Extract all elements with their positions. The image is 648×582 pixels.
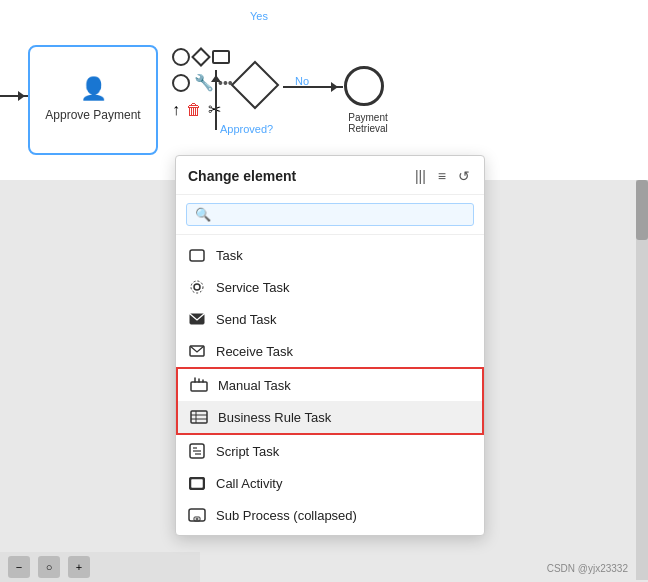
arrow-tool-icon: ↑ [172, 101, 180, 119]
label-payment-retrieval: Payment Retrieval [338, 112, 398, 134]
send-task-label: Send Task [216, 312, 276, 327]
script-task-icon [188, 442, 206, 460]
gateway-diamond[interactable] [230, 60, 280, 110]
script-task-label: Script Task [216, 444, 279, 459]
business-rule-task-label: Business Rule Task [218, 410, 331, 425]
toolbar-btn-3[interactable]: + [68, 556, 90, 578]
label-yes: Yes [250, 10, 268, 22]
menu-item-manual-task[interactable]: Manual Task [178, 369, 482, 401]
menu-item-call-activity[interactable]: Call Activity [176, 467, 484, 499]
scrollbar-track[interactable] [636, 180, 648, 580]
receive-task-label: Receive Task [216, 344, 293, 359]
toolbar-btn-1[interactable]: − [8, 556, 30, 578]
arrow-left [0, 95, 30, 97]
receive-task-icon [188, 342, 206, 360]
menu-item-sub-process[interactable]: Sub Process (collapsed) [176, 499, 484, 531]
circle-shape-2[interactable] [172, 74, 190, 92]
scrollbar-thumb[interactable] [636, 180, 648, 240]
search-box: 🔍 [176, 195, 484, 235]
svg-rect-1 [190, 250, 204, 261]
svg-rect-10 [191, 411, 207, 423]
menu-item-script-task[interactable]: Script Task [176, 435, 484, 467]
sub-process-label: Sub Process (collapsed) [216, 508, 357, 523]
tools-row: ↑ 🗑 ✂ [172, 100, 221, 119]
sub-process-icon [188, 506, 206, 524]
task-icon [188, 246, 206, 264]
business-rule-task-icon [190, 408, 208, 426]
bottom-toolbar: − ○ + [0, 552, 200, 582]
circle-shape[interactable] [172, 48, 190, 66]
search-input-wrap: 🔍 [186, 203, 474, 226]
service-task-label: Service Task [216, 280, 289, 295]
send-task-icon [188, 310, 206, 328]
dropdown-title: Change element [188, 168, 296, 184]
manual-task-icon [190, 376, 208, 394]
dropdown-header: Change element ||| ≡ ↺ [176, 156, 484, 195]
menu-item-task[interactable]: Task [176, 239, 484, 271]
end-event[interactable] [344, 66, 384, 106]
svg-point-3 [191, 281, 203, 293]
arrow-no [283, 86, 343, 88]
watermark: CSDN @yjx23332 [547, 563, 628, 574]
task-label: Task [216, 248, 243, 263]
rect-shape[interactable] [212, 50, 230, 64]
call-activity-icon [188, 474, 206, 492]
red-box-group: Manual Task Business Rule Task [176, 367, 484, 435]
shapes-row-2: 🔧 ••• [172, 73, 233, 92]
delete-icon: 🗑 [186, 101, 202, 119]
label-approved: Approved? [220, 123, 273, 135]
menu-item-business-rule-task[interactable]: Business Rule Task [178, 401, 482, 433]
person-icon: 👤 [80, 76, 107, 102]
search-input[interactable] [215, 207, 465, 222]
task-label: Approve Payment [45, 108, 140, 124]
menu-item-service-task[interactable]: Service Task [176, 271, 484, 303]
manual-task-label: Manual Task [218, 378, 291, 393]
svg-rect-18 [190, 478, 204, 489]
menu-item-receive-task[interactable]: Receive Task [176, 335, 484, 367]
change-element-dropdown: Change element ||| ≡ ↺ 🔍 Task [175, 155, 485, 536]
approve-payment-task[interactable]: 👤 Approve Payment [28, 45, 158, 155]
toolbar-btn-2[interactable]: ○ [38, 556, 60, 578]
svg-point-2 [194, 284, 200, 290]
svg-rect-6 [191, 382, 207, 391]
menu-items-list: Task Service Task Send Task Receiv [176, 235, 484, 535]
minus-icon: − [16, 561, 22, 573]
vertical-arrow [215, 70, 217, 130]
menu-item-send-task[interactable]: Send Task [176, 303, 484, 335]
refresh-icon[interactable]: ↺ [456, 166, 472, 186]
shapes-row-1 [172, 48, 230, 66]
svg-marker-0 [232, 62, 278, 108]
call-activity-label: Call Activity [216, 476, 282, 491]
columns-icon[interactable]: ||| [413, 166, 428, 186]
menu-icon[interactable]: ≡ [436, 166, 448, 186]
plus-icon: + [76, 561, 82, 573]
search-icon: 🔍 [195, 207, 211, 222]
diamond-shape[interactable] [191, 47, 211, 67]
service-task-icon [188, 278, 206, 296]
circle-icon: ○ [46, 561, 53, 573]
dropdown-icons: ||| ≡ ↺ [413, 166, 472, 186]
